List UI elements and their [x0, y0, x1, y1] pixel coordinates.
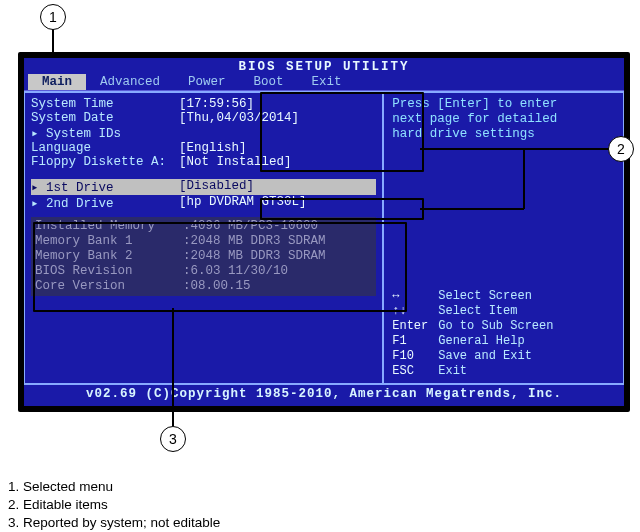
main-panel: System Time [17:59:56] System Date [Thu,…: [24, 92, 383, 384]
label: ▸ 2nd Drive: [31, 195, 179, 211]
callout-leader: [172, 308, 174, 426]
row-memory-bank-2: Memory Bank 2 :2048 MB DDR3 SDRAM: [35, 249, 372, 264]
row-memory-bank-1: Memory Bank 1 :2048 MB DDR3 SDRAM: [35, 234, 372, 249]
row-core-version: Core Version :08.00.15: [35, 279, 372, 294]
menu-power[interactable]: Power: [174, 74, 240, 90]
reported-block: Installed Memory :4096 MB/PC3-10600 Memo…: [31, 217, 376, 296]
value: [English]: [179, 141, 247, 155]
row-installed-memory: Installed Memory :4096 MB/PC3-10600: [35, 219, 372, 234]
label: ▸ System IDs: [31, 125, 179, 141]
label: Memory Bank 1: [35, 234, 183, 249]
row-system-ids[interactable]: ▸ System IDs: [31, 125, 376, 141]
value: [Thu,04/03/2014]: [179, 111, 299, 125]
callout-1: 1: [40, 4, 66, 30]
value: :2048 MB DDR3 SDRAM: [183, 234, 326, 249]
menu-advanced[interactable]: Advanced: [86, 74, 174, 90]
bios-title: BIOS SETUP UTILITY: [24, 58, 624, 74]
bios-screen: BIOS SETUP UTILITY Main Advanced Power B…: [18, 52, 630, 412]
key-legend: ↔Select Screen ↑↓Select Item EnterGo to …: [392, 289, 615, 379]
legend-item: 1. Selected menu: [8, 478, 220, 496]
value: [17:59:56]: [179, 97, 254, 111]
row-2nd-drive[interactable]: ▸ 2nd Drive [hp DVDRAM GT30L]: [31, 195, 376, 211]
legend-item: 2. Editable items: [8, 496, 220, 514]
value: :2048 MB DDR3 SDRAM: [183, 249, 326, 264]
bios-footer: v02.69 (C)Copyright 1985-2010, American …: [24, 384, 624, 403]
value: [hp DVDRAM GT30L]: [179, 195, 307, 211]
row-floppy-a[interactable]: Floppy Diskette A: [Not Installed]: [31, 155, 376, 169]
row-1st-drive[interactable]: ▸ 1st Drive [Disabled]: [31, 179, 376, 195]
row-system-date[interactable]: System Date [Thu,04/03/2014]: [31, 111, 376, 125]
value: [Disabled]: [179, 179, 254, 195]
value: [Not Installed]: [179, 155, 292, 169]
label: Language: [31, 141, 179, 155]
label: BIOS Revision: [35, 264, 183, 279]
help-line: Press [Enter] to enter: [392, 97, 615, 112]
figure-container: { "title": "BIOS SETUP UTILITY", "menu":…: [0, 0, 640, 532]
row-system-time[interactable]: System Time [17:59:56]: [31, 97, 376, 111]
label: Memory Bank 2: [35, 249, 183, 264]
legend-item: 3. Reported by system; not editable: [8, 514, 220, 532]
help-line: hard drive settings: [392, 127, 615, 142]
bios-menubar: Main Advanced Power Boot Exit: [24, 74, 624, 91]
row-bios-revision: BIOS Revision :6.03 11/30/10: [35, 264, 372, 279]
value: :6.03 11/30/10: [183, 264, 288, 279]
menu-exit[interactable]: Exit: [298, 74, 356, 90]
label: System Time: [31, 97, 179, 111]
help-line: next page for detailed: [392, 112, 615, 127]
callout-leader: [420, 148, 610, 150]
label: Core Version: [35, 279, 183, 294]
value: :4096 MB/PC3-10600: [183, 219, 318, 234]
callout-leader: [420, 208, 524, 210]
label: Installed Memory: [35, 219, 183, 234]
callout-3: 3: [160, 426, 186, 452]
callout-leader: [523, 148, 525, 209]
label: Floppy Diskette A:: [31, 155, 179, 169]
label: System Date: [31, 111, 179, 125]
figure-legend: 1. Selected menu 2. Editable items 3. Re…: [8, 478, 220, 532]
value: :08.00.15: [183, 279, 251, 294]
label: ▸ 1st Drive: [31, 179, 179, 195]
menu-boot[interactable]: Boot: [240, 74, 298, 90]
row-language[interactable]: Language [English]: [31, 141, 376, 155]
help-panel: Press [Enter] to enter next page for det…: [383, 92, 624, 384]
menu-main[interactable]: Main: [28, 74, 86, 90]
callout-2: 2: [608, 136, 634, 162]
